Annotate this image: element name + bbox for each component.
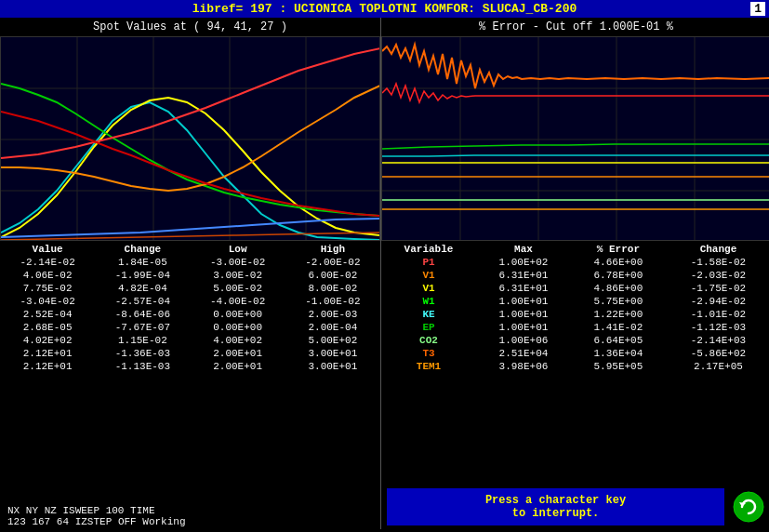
right-table-cell: 6.31E+01 bbox=[476, 269, 571, 282]
right-table-cell: -5.86E+02 bbox=[666, 347, 769, 360]
right-table-row: KE1.00E+011.22E+00-1.01E-02 bbox=[381, 308, 769, 321]
right-table-area: Variable Max % Error Change P11.00E+024.… bbox=[381, 241, 769, 485]
right-chart-svg bbox=[382, 37, 769, 241]
ny-label: NY bbox=[26, 505, 38, 516]
right-table-cell: 4.66E+00 bbox=[571, 256, 666, 269]
right-table-cell: 6.78E+00 bbox=[571, 269, 666, 282]
right-var-cell: KE bbox=[381, 308, 476, 321]
right-table-row: V16.31E+014.86E+00-1.75E-02 bbox=[381, 282, 769, 295]
left-table-cell: 6.00E-02 bbox=[285, 269, 380, 282]
left-chart bbox=[0, 36, 380, 241]
main-content: Spot Values at ( 94, 41, 27 ) bbox=[0, 18, 769, 529]
right-table-cell: 1.00E+01 bbox=[476, 295, 571, 308]
right-status-bar: Press a character key to interrupt. bbox=[381, 485, 769, 529]
left-table-cell: 2.12E+01 bbox=[0, 360, 95, 373]
left-table-area: Value Change Low High -2.14E-021.84E-05-… bbox=[0, 241, 380, 503]
left-table-cell: 0.00E+00 bbox=[191, 308, 285, 321]
right-table-cell: 1.00E+02 bbox=[476, 256, 571, 269]
left-table-cell: -3.00E-02 bbox=[191, 256, 285, 269]
right-table-cell: -1.58E-02 bbox=[666, 256, 769, 269]
svg-point-16 bbox=[734, 492, 763, 522]
right-var-cell: CO2 bbox=[381, 334, 476, 347]
right-table-row: P11.00E+024.66E+00-1.58E-02 bbox=[381, 256, 769, 269]
nz-label: NZ bbox=[45, 505, 57, 516]
right-table-cell: 6.64E+05 bbox=[571, 334, 666, 347]
left-table-cell: -7.67E-07 bbox=[95, 321, 190, 334]
left-table-cell: -1.00E-02 bbox=[285, 295, 380, 308]
right-table-row: W11.00E+015.75E+00-2.94E-02 bbox=[381, 295, 769, 308]
left-table-cell: 2.52E-04 bbox=[0, 308, 95, 321]
ny-value: 167 bbox=[32, 516, 50, 527]
left-table-cell: -2.14E-02 bbox=[0, 256, 95, 269]
left-table-row: 4.06E-02-1.99E-043.00E-026.00E-02 bbox=[0, 269, 380, 282]
left-table-cell: -1.13E-03 bbox=[95, 360, 190, 373]
isweep-value: 100 bbox=[106, 505, 125, 516]
left-table-cell: 7.75E-02 bbox=[0, 282, 95, 295]
right-table-row: CO21.00E+066.64E+05-2.14E+03 bbox=[381, 334, 769, 347]
left-table-row: -2.14E-021.84E-05-3.00E-02-2.00E-02 bbox=[0, 256, 380, 269]
left-table-cell: 5.00E-02 bbox=[191, 282, 285, 295]
right-var-cell: T3 bbox=[381, 347, 476, 360]
left-table-row: 2.52E-04-8.64E-060.00E+002.00E-03 bbox=[0, 308, 380, 321]
right-var-cell: P1 bbox=[381, 256, 476, 269]
left-table-cell: -8.64E-06 bbox=[95, 308, 190, 321]
left-table-cell: 3.00E-02 bbox=[191, 269, 285, 282]
right-table-cell: 2.51E+04 bbox=[476, 347, 571, 360]
right-table-cell: -1.01E-02 bbox=[666, 308, 769, 321]
right-table-row: V16.31E+016.78E+00-2.03E-02 bbox=[381, 269, 769, 282]
refresh-button[interactable] bbox=[732, 490, 765, 524]
title-bar: libref= 197 : UCIONICA TOPLOTNI KOMFOR: … bbox=[0, 0, 769, 18]
left-table-cell: 3.00E+01 bbox=[285, 347, 380, 360]
left-table-cell: -4.00E-02 bbox=[191, 295, 285, 308]
right-table-row: T32.51E+041.36E+04-5.86E+02 bbox=[381, 347, 769, 360]
left-table-row: 2.12E+01-1.13E-032.00E+013.00E+01 bbox=[0, 360, 380, 373]
nz-value: 64 bbox=[57, 516, 69, 527]
interrupt-box[interactable]: Press a character key to interrupt. bbox=[387, 488, 724, 525]
col-high: High bbox=[285, 243, 380, 256]
left-table-row: 2.12E+01-1.36E-032.00E+013.00E+01 bbox=[0, 347, 380, 360]
right-table-cell: 1.00E+01 bbox=[476, 321, 571, 334]
right-table-cell: 3.98E+06 bbox=[476, 360, 571, 373]
col-pcterror: % Error bbox=[571, 243, 666, 256]
left-table-cell: 2.00E-03 bbox=[285, 308, 380, 321]
title-number: 1 bbox=[750, 2, 765, 16]
right-table-cell: 1.00E+06 bbox=[476, 334, 571, 347]
left-table-row: -3.04E-02-2.57E-04-4.00E-02-1.00E-02 bbox=[0, 295, 380, 308]
right-panel: % Error - Cut off 1.000E-01 % bbox=[381, 18, 769, 529]
col-variable: Variable bbox=[381, 243, 476, 256]
right-table-cell: 4.86E+00 bbox=[571, 282, 666, 295]
right-var-cell: EP bbox=[381, 321, 476, 334]
left-table-cell: 3.00E+01 bbox=[285, 360, 380, 373]
left-table-row: 4.02E+021.15E-024.00E+025.00E+02 bbox=[0, 334, 380, 347]
nx-label: NX bbox=[7, 505, 20, 516]
left-table-cell: 4.06E-02 bbox=[0, 269, 95, 282]
nx-value: 123 bbox=[7, 516, 26, 527]
left-panel: Spot Values at ( 94, 41, 27 ) bbox=[0, 18, 381, 529]
right-chart bbox=[381, 36, 769, 241]
left-table-cell: 8.00E-02 bbox=[285, 282, 380, 295]
right-table-cell: 2.17E+05 bbox=[666, 360, 769, 373]
left-table-row: 2.68E-05-7.67E-070.00E+002.00E-04 bbox=[0, 321, 380, 334]
left-table-cell: 1.15E-02 bbox=[95, 334, 190, 347]
left-table-row: 7.75E-024.82E-045.00E-028.00E-02 bbox=[0, 282, 380, 295]
left-table-cell: 2.00E+01 bbox=[191, 347, 285, 360]
left-table-cell: -3.04E-02 bbox=[0, 295, 95, 308]
refresh-icon bbox=[733, 491, 764, 523]
left-chart-svg bbox=[1, 37, 380, 241]
right-table: Variable Max % Error Change P11.00E+024.… bbox=[381, 243, 769, 373]
right-chart-title: % Error - Cut off 1.000E-01 % bbox=[381, 18, 769, 36]
right-var-cell: V1 bbox=[381, 282, 476, 295]
interrupt-line1: Press a character key bbox=[400, 494, 711, 507]
col-change: Change bbox=[95, 243, 190, 256]
left-table-cell: 4.02E+02 bbox=[0, 334, 95, 347]
right-table-cell: -2.03E-02 bbox=[666, 269, 769, 282]
interrupt-line2: to interrupt. bbox=[400, 507, 711, 520]
right-table-cell: -1.75E-02 bbox=[666, 282, 769, 295]
col-value: Value bbox=[0, 243, 95, 256]
isweep-label: ISWEEP bbox=[62, 505, 99, 516]
status-row2: 123 167 64 IZSTEP OFF Working bbox=[7, 516, 373, 527]
left-chart-title: Spot Values at ( 94, 41, 27 ) bbox=[0, 18, 380, 36]
col-rchange: Change bbox=[666, 243, 769, 256]
left-table-cell: 4.82E-04 bbox=[95, 282, 190, 295]
left-table-cell: 2.00E-04 bbox=[285, 321, 380, 334]
